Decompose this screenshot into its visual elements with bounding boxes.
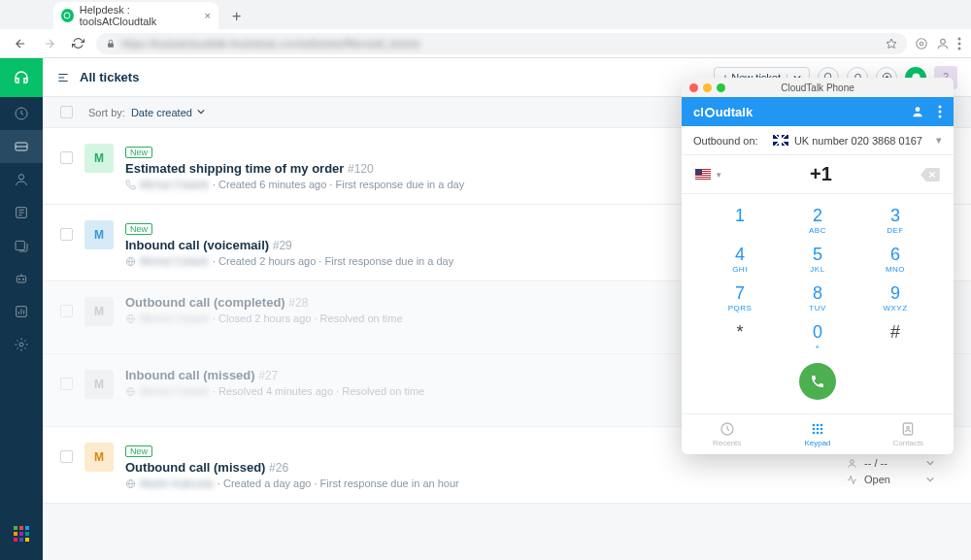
svg-point-37 [817,424,820,427]
sort-value[interactable]: Date created [131,107,205,118]
menu-icon[interactable] [957,37,961,50]
select-all-checkbox[interactable] [60,106,73,118]
freshdesk-logo[interactable] [0,58,43,97]
svg-point-33 [939,111,942,114]
keypad-*[interactable]: * [701,322,779,351]
backspace-icon[interactable] [921,168,940,181]
status-selector[interactable]: Open [847,474,934,485]
cloudtalk-logo: cludtalk [693,105,753,119]
svg-point-16 [22,279,23,280]
sidebar-admin[interactable] [0,328,43,361]
url-text: https://toolsatcloudtalk.freshdesk.com/a… [121,38,420,49]
svg-point-8 [958,47,961,49]
svg-rect-13 [16,241,24,249]
ticket-title[interactable]: Outbound call (missed) #26 [125,460,835,475]
sidebar [0,58,43,560]
reload-button[interactable] [68,35,88,51]
svg-point-43 [817,432,820,435]
address-bar[interactable]: https://toolsatcloudtalk.freshdesk.com/a… [96,33,907,54]
number-input-row: ▾ +1 [682,155,954,194]
ticket-id: #28 [288,296,308,310]
agent-selector[interactable]: -- / -- [847,457,934,469]
tab-contacts[interactable]: Contacts [863,414,954,454]
status-badge: New [125,147,152,158]
browser-tab[interactable]: Helpdesk : toolsAtCloudtalk × [53,2,218,29]
sidebar-apps[interactable] [0,517,43,550]
keypad-4[interactable]: 4GHI [701,245,779,274]
us-flag-icon[interactable] [695,169,711,180]
requester-name: Martin Kalivoda [140,478,214,489]
keypad-2[interactable]: 2ABC [779,206,856,235]
phone-titlebar: CloudTalk Phone [682,78,954,97]
keypad-5[interactable]: 5JKL [779,245,856,274]
keypad-#[interactable]: # [856,322,934,351]
keypad-6[interactable]: 6MNO [856,245,934,274]
ticket-checkbox[interactable] [60,151,73,164]
page-title: All tickets [80,70,139,84]
keypad-1[interactable]: 1 [701,206,779,235]
hamburger-icon[interactable] [56,71,70,84]
requester-avatar: M [84,297,114,326]
number-input[interactable]: +1 [721,163,921,185]
sidebar-solutions[interactable] [0,196,43,229]
status-badge: New [125,223,152,235]
tab-recents[interactable]: Recents [682,414,772,454]
tab-keypad[interactable]: Keypad [772,414,862,454]
svg-rect-14 [17,276,25,282]
dialpad: 1 2ABC3DEF4GHI5JKL6MNO7PQRS8TUV9WXYZ* 0+… [682,194,954,357]
extension-icon[interactable] [915,37,928,50]
star-icon[interactable] [886,38,897,49]
sidebar-contacts[interactable] [0,163,43,196]
keypad-7[interactable]: 7PQRS [701,283,779,313]
svg-point-11 [18,175,23,180]
svg-point-42 [813,432,816,435]
svg-point-31 [916,107,921,112]
svg-point-4 [920,42,923,46]
requester-avatar: M [84,443,114,472]
keypad-3[interactable]: 3DEF [856,206,934,235]
sidebar-bot[interactable] [0,262,43,295]
back-button[interactable] [10,35,31,52]
outbound-label: Outbound on: [693,135,758,147]
lock-icon [106,39,116,49]
new-tab-button[interactable]: + [226,4,247,29]
globe-icon [125,313,136,324]
svg-point-41 [820,428,823,431]
requester-name: Michal Cislarik [140,385,209,397]
ticket-checkbox[interactable] [60,450,73,463]
svg-point-18 [19,343,23,346]
more-icon[interactable] [938,105,942,118]
ticket-checkbox[interactable] [60,228,73,241]
profile-icon[interactable] [911,105,924,118]
ticket-checkbox[interactable] [60,305,73,317]
sidebar-dashboard[interactable] [0,97,43,130]
svg-point-39 [813,428,816,431]
sidebar-analytics[interactable] [0,295,43,328]
requester-name: Michal Cislarik [140,179,209,190]
sidebar-tickets[interactable] [0,130,43,163]
keypad-9[interactable]: 9WXYZ [856,283,934,313]
svg-point-6 [958,37,961,40]
forward-button[interactable] [39,35,60,52]
outbound-selector[interactable]: Outbound on: UK number 020 3868 0167 ▾ [682,126,954,155]
close-tab-icon[interactable]: × [205,10,211,21]
outbound-number: UK number 020 3868 0167 [794,135,922,147]
call-button[interactable] [799,363,836,400]
browser-tab-strip: Helpdesk : toolsAtCloudtalk × + [0,0,971,29]
svg-marker-2 [887,39,896,49]
profile-icon[interactable] [936,37,950,50]
tab-title: Helpdesk : toolsAtCloudtalk [80,4,199,27]
svg-point-7 [958,42,961,45]
svg-point-15 [18,279,19,280]
ticket-checkbox[interactable] [60,378,73,390]
requester-avatar: M [84,370,114,399]
keypad-0[interactable]: 0+ [779,322,856,351]
requester-name: Michal Cislarik [140,313,209,324]
chevron-down-icon[interactable]: ▾ [936,134,942,147]
globe-icon [125,386,136,397]
svg-point-0 [64,13,70,18]
status-badge: New [125,445,152,457]
phone-tabs: Recents Keypad Contacts [682,413,954,454]
sidebar-forums[interactable] [0,229,43,262]
keypad-8[interactable]: 8TUV [779,283,856,313]
